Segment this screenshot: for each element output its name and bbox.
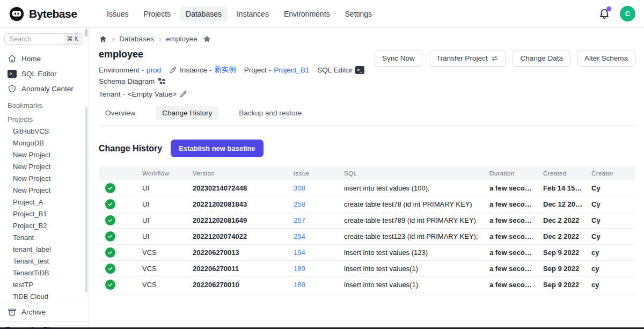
sidebar-scrollbar-nub[interactable] (85, 29, 87, 36)
col-workflow: Workflow (138, 166, 188, 180)
sidebar-project-item[interactable]: Project_A (0, 196, 89, 208)
sidebar-item-home[interactable]: Home (0, 51, 89, 67)
issue-link[interactable]: 194 (294, 248, 305, 257)
establish-baseline-button[interactable]: Establish new baseline (171, 140, 263, 157)
sidebar-item-label: Anomaly Center (21, 85, 74, 93)
action-buttons: Sync Now Transfer Project Change Data Al… (375, 49, 635, 98)
brand[interactable]: Bytebase (9, 6, 97, 22)
col-creator: Creator (587, 166, 635, 180)
transfer-project-button[interactable]: Transfer Project (429, 50, 507, 67)
sidebar-project-item[interactable]: TenantTiDB (0, 267, 89, 279)
search-box[interactable]: ⌘ K (4, 33, 84, 45)
alter-schema-button[interactable]: Alter Schema (577, 50, 635, 67)
table-row[interactable]: UI 20230214072448 308 insert into test v… (99, 180, 635, 196)
nav-item-databases[interactable]: Databases (180, 6, 228, 21)
notification-bell-icon[interactable] (598, 8, 610, 20)
search-input[interactable] (9, 35, 51, 43)
sidebar-project-item[interactable]: Tenant_test (0, 255, 89, 267)
tenant-value: <Empty Value> (128, 90, 177, 98)
change-history-table: Workflow Version Issue SQL Duration Crea… (99, 166, 635, 293)
shield-icon (8, 84, 17, 93)
top-navbar: Bytebase Issues Projects Databases Insta… (0, 0, 644, 28)
nav-item-environments[interactable]: Environments (278, 6, 336, 21)
navbar-right: C (598, 6, 635, 21)
database-meta-line-1: Environment - prod Instance - 新实例 Projec… (99, 65, 375, 85)
sidebar-item-archive[interactable]: Archive (0, 303, 89, 321)
col-issue: Issue (289, 166, 340, 180)
archive-icon (8, 308, 17, 317)
sql-editor-link[interactable]: SQL Editor >_ (317, 66, 364, 74)
project-link[interactable]: Project_B1 (274, 66, 309, 74)
breadcrumb-item-employee[interactable]: employee (166, 35, 197, 43)
tab-overview[interactable]: Overview (99, 106, 142, 120)
nav-item-projects[interactable]: Projects (137, 6, 177, 21)
col-created: Created (539, 166, 587, 180)
table-row[interactable]: VCS 202206270013 194 insert into test va… (99, 245, 635, 261)
nav-item-issues[interactable]: Issues (101, 6, 134, 21)
sidebar: ⌘ K Home >_ SQL Editor Anomaly Center Bo… (0, 28, 89, 329)
nav-item-instances[interactable]: Instances (231, 6, 275, 21)
sidebar-scrollbar[interactable] (85, 107, 87, 293)
tab-change-history[interactable]: Change History (156, 106, 218, 120)
change-data-button[interactable]: Change Data (513, 50, 570, 67)
sidebar-project-item[interactable]: New Project (0, 161, 89, 173)
project-list: GitHubVCS MongoDB New Project New Projec… (0, 126, 89, 303)
sidebar-project-item[interactable]: Tenant (0, 232, 89, 244)
section-title: Change History (99, 144, 162, 153)
tab-bar: Overview Change History Backup and resto… (99, 106, 635, 126)
sidebar-item-sql-editor[interactable]: >_ SQL Editor (0, 67, 89, 81)
success-check-icon (105, 247, 115, 258)
table-row[interactable]: UI 20221202081843 258 create table test7… (99, 196, 635, 213)
issue-link[interactable]: 308 (294, 184, 305, 192)
favorite-star-icon[interactable] (202, 34, 211, 43)
database-meta-line-2: Tenant - <Empty Value> (99, 90, 375, 98)
success-check-icon (105, 264, 115, 274)
chevron-right-icon: › (159, 35, 161, 43)
instance-link[interactable]: 新实例 (214, 65, 236, 75)
breadcrumb-home-icon[interactable] (99, 35, 107, 43)
tab-backup-and-restore[interactable]: Backup and restore (232, 106, 308, 120)
page-title: employee (99, 49, 375, 60)
chevron-right-icon: › (112, 35, 114, 43)
sidebar-project-item[interactable]: New Project (0, 185, 89, 196)
instance-engine-icon (169, 66, 177, 74)
sidebar-item-label: Archive (21, 308, 46, 316)
col-duration: Duration (485, 166, 539, 180)
table-row[interactable]: UI 20221202074022 254 create table test1… (99, 229, 635, 245)
edit-pencil-icon[interactable] (179, 90, 187, 98)
sidebar-project-item[interactable]: GitHubVCS (0, 126, 89, 137)
sidebar-project-item[interactable]: tenant_label (0, 244, 89, 255)
notification-dot (606, 6, 611, 11)
sidebar-project-item[interactable]: testTP (0, 279, 89, 291)
schema-diagram-icon (157, 77, 166, 85)
success-check-icon (105, 183, 115, 193)
schema-diagram-link[interactable]: Schema Diagram (99, 77, 166, 85)
table-row[interactable]: UI 20221202081649 257 create table test7… (99, 213, 635, 229)
success-check-icon (105, 199, 115, 209)
sidebar-project-item[interactable]: New Project (0, 149, 89, 161)
sidebar-project-item[interactable]: MongoDB (0, 137, 89, 149)
sidebar-item-anomaly-center[interactable]: Anomaly Center (0, 81, 89, 97)
issue-link[interactable]: 254 (294, 232, 305, 240)
sidebar-project-item[interactable]: New Project (0, 173, 89, 185)
success-check-icon (105, 280, 115, 290)
issue-link[interactable]: 257 (294, 216, 305, 224)
bookmarks-section-label: Bookmarks (0, 98, 89, 112)
sidebar-project-item[interactable]: Project_B2 (0, 220, 89, 232)
issue-link[interactable]: 258 (294, 200, 305, 208)
col-status (99, 166, 138, 180)
issue-link[interactable]: 189 (294, 265, 305, 273)
sync-now-button[interactable]: Sync Now (375, 50, 422, 67)
sidebar-item-label: Home (21, 55, 41, 63)
nav-item-settings[interactable]: Settings (339, 6, 378, 21)
sidebar-project-item[interactable]: Project_B1 (0, 208, 89, 220)
user-avatar[interactable]: C (620, 6, 635, 21)
table-row[interactable]: VCS 202206270010 188 insert into test va… (99, 277, 635, 293)
breadcrumb-item-databases[interactable]: Databases (119, 35, 154, 43)
table-row[interactable]: VCS 202206270011 189 insert into test va… (99, 261, 635, 277)
sidebar-project-item[interactable]: TiDB Cloud (0, 291, 89, 303)
issue-link[interactable]: 188 (294, 281, 305, 289)
bytebase-logo-icon (9, 6, 25, 22)
environment-link[interactable]: prod (147, 66, 161, 74)
col-version: Version (188, 166, 289, 180)
